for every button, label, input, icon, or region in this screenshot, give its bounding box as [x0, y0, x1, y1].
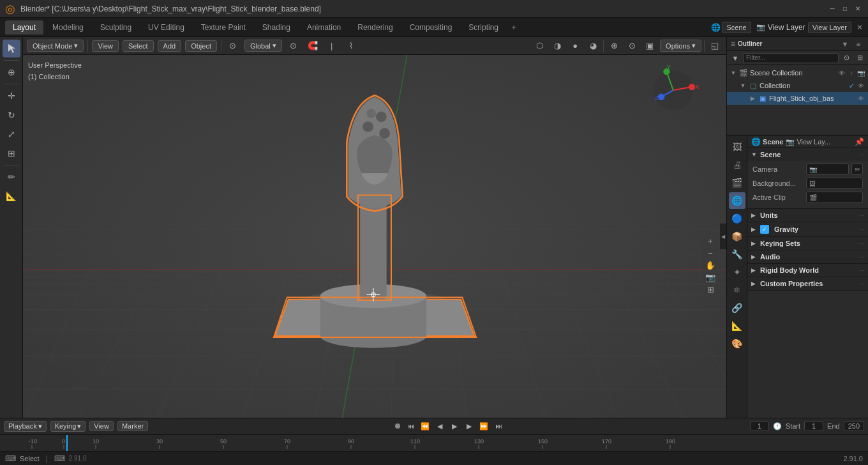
active-clip-value[interactable]: 🎬: [806, 192, 863, 203]
tab-layout[interactable]: Layout: [5, 20, 43, 34]
play-button[interactable]: ▶: [447, 420, 461, 432]
jump-to-start-button[interactable]: ⏮: [403, 420, 417, 432]
zoom-in-button[interactable]: +: [702, 236, 719, 246]
physics-properties-icon[interactable]: ⚛: [729, 282, 745, 298]
move-tool-button[interactable]: ✛: [3, 87, 20, 105]
select-menu-button[interactable]: Select: [123, 40, 154, 52]
gravity-checkbox[interactable]: ✓: [760, 225, 769, 234]
tab-animation[interactable]: Animation: [299, 20, 348, 34]
render-properties-icon[interactable]: 🖼: [729, 139, 745, 155]
particles-properties-icon[interactable]: ✦: [729, 264, 745, 280]
restrict-select-icon[interactable]: ↕: [847, 68, 856, 77]
outliner-item-collection[interactable]: ▼ ▢ Collection ✓ 👁: [727, 79, 868, 92]
xray-toggle-icon[interactable]: ▣: [642, 39, 657, 53]
view-menu-button[interactable]: View: [92, 40, 119, 52]
tab-scripting[interactable]: Scripting: [461, 20, 506, 34]
filter-icon[interactable]: ▼: [839, 38, 851, 50]
world-properties-icon[interactable]: 🔵: [729, 210, 745, 227]
mirror-icon[interactable]: |: [324, 39, 340, 53]
minimize-button[interactable]: ─: [827, 4, 837, 14]
visibility-icon[interactable]: 👁: [837, 68, 846, 77]
close-button[interactable]: ✕: [853, 4, 863, 14]
frame-start-input[interactable]: 1: [804, 421, 823, 431]
overlay-toggle-icon[interactable]: ⊙: [624, 39, 640, 53]
marker-menu-button[interactable]: Marker: [117, 421, 148, 431]
rigid-body-world-section-header[interactable]: ▶ Rigid Body World ···: [747, 264, 868, 277]
step-forward-frame-button[interactable]: ▶: [462, 420, 476, 432]
current-frame-display[interactable]: 1: [750, 421, 769, 431]
restrict-select-icon[interactable]: 👁: [857, 81, 865, 90]
snap-icon[interactable]: ⊙: [225, 39, 241, 53]
annotate-tool-button[interactable]: ✏: [3, 168, 20, 186]
data-properties-icon[interactable]: 📐: [729, 317, 745, 334]
options-button[interactable]: Options ▾: [660, 40, 701, 52]
timeline-track[interactable]: -10 0 10 30 50 70 90 110 130 150: [0, 435, 868, 451]
local-view-button[interactable]: ⊞: [702, 285, 719, 294]
panel-collapse-button[interactable]: ◀: [720, 224, 726, 249]
tab-shading[interactable]: Shading: [255, 20, 298, 34]
tab-texture-paint[interactable]: Texture Paint: [193, 20, 253, 34]
measure-tool-button[interactable]: 📐: [3, 187, 20, 205]
options-icon[interactable]: ≡: [853, 38, 864, 50]
rotate-tool-button[interactable]: ↻: [3, 106, 20, 124]
visibility-icon[interactable]: 👁: [857, 94, 865, 103]
outliner-filter-button[interactable]: ▼: [730, 52, 741, 64]
global-transform-button[interactable]: Global ▾: [244, 40, 282, 52]
object-properties-icon[interactable]: 📦: [729, 228, 745, 245]
add-workspace-button[interactable]: +: [507, 21, 520, 34]
select-tool-button[interactable]: [3, 40, 20, 57]
tab-modeling[interactable]: Modeling: [45, 20, 91, 34]
proportional-edit-icon[interactable]: ⊙: [286, 39, 301, 53]
background-value[interactable]: 🖼: [806, 178, 863, 189]
jump-to-end-button[interactable]: ⏭: [491, 420, 505, 432]
restrict-render-icon[interactable]: 📷: [857, 68, 865, 77]
pan-button[interactable]: ✋: [702, 261, 719, 270]
snap-toggle-icon[interactable]: 🧲: [305, 39, 320, 53]
transform-tool-button[interactable]: ⊞: [3, 144, 20, 162]
outliner-item-object[interactable]: ▶ ▣ Flight_Stick_obj_bas 👁: [727, 92, 868, 105]
tab-compositing[interactable]: Compositing: [402, 20, 460, 34]
viewport-shading-material[interactable]: ◕: [585, 39, 601, 53]
view-layer-properties-icon[interactable]: 🎬: [729, 174, 745, 191]
tab-sculpting[interactable]: Sculpting: [93, 20, 139, 34]
tab-rendering[interactable]: Rendering: [350, 20, 400, 34]
gravity-section-header[interactable]: ▶ ✓ Gravity ···: [747, 222, 868, 236]
view-layer-selector[interactable]: View Layer: [808, 22, 851, 33]
output-properties-icon[interactable]: 🖨: [729, 156, 745, 173]
camera-settings-button[interactable]: ✏: [851, 164, 863, 175]
viewport-3d[interactable]: X Y Z User Perspective (1) Collection + …: [23, 55, 726, 418]
outliner-item-scene-collection[interactable]: ▼ 🎬 Scene Collection 👁 ↕ 📷: [727, 66, 868, 79]
cursor-tool-button[interactable]: ⊕: [3, 63, 20, 81]
pin-icon[interactable]: 📌: [855, 137, 864, 146]
camera-view-button[interactable]: 📷: [702, 273, 719, 282]
frame-end-input[interactable]: 250: [844, 421, 864, 431]
tab-uv-editing[interactable]: UV Editing: [140, 20, 192, 34]
constraints-properties-icon[interactable]: 🔗: [729, 300, 745, 316]
step-forward-button[interactable]: ⏩: [477, 420, 491, 432]
units-section-header[interactable]: ▶ Units ···: [747, 209, 868, 222]
viewport-shading-wireframe[interactable]: ⬡: [532, 39, 547, 53]
workspace-options-icon[interactable]: ✕: [857, 23, 863, 32]
scene-section-header[interactable]: ▼ Scene ···: [747, 148, 868, 161]
add-menu-button[interactable]: Add: [158, 40, 182, 52]
keying-sets-section-header[interactable]: ▶ Keying Sets ···: [747, 237, 868, 250]
viewport-shading-rendered[interactable]: ●: [567, 39, 583, 53]
step-back-button[interactable]: ⏪: [418, 420, 432, 432]
object-mode-button[interactable]: Object Mode ▾: [27, 40, 84, 52]
keying-menu-button[interactable]: Keying ▾: [50, 421, 86, 432]
viewport-shading-solid[interactable]: ◑: [550, 39, 565, 53]
object-menu-button[interactable]: Object: [185, 40, 217, 52]
camera-value[interactable]: 📷: [806, 164, 849, 175]
outliner-search-input[interactable]: [743, 53, 839, 63]
view-menu-button[interactable]: View: [89, 421, 114, 431]
scale-tool-button[interactable]: ⤢: [3, 125, 20, 143]
zoom-out-button[interactable]: −: [702, 248, 719, 258]
outliner-cols-button[interactable]: ⊞: [854, 52, 865, 64]
step-back-frame-button[interactable]: ◀: [433, 420, 447, 432]
audio-section-header[interactable]: ▶ Audio ···: [747, 250, 868, 263]
material-properties-icon[interactable]: 🎨: [729, 335, 745, 352]
fullscreen-icon[interactable]: ◱: [707, 39, 722, 53]
automerge-icon[interactable]: ⌇: [343, 39, 359, 53]
modifier-properties-icon[interactable]: 🔧: [729, 246, 745, 263]
outliner-sync-button[interactable]: ⊙: [841, 52, 852, 64]
